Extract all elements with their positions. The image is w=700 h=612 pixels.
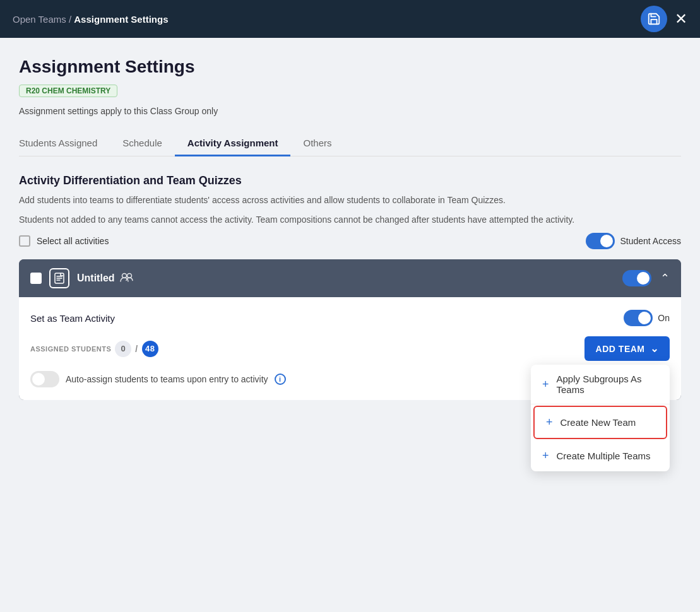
activity-card-header: Untitled ⌃ <box>19 259 681 297</box>
dropdown-item-subgroups[interactable]: + Apply Subgroups As Teams <box>531 365 670 404</box>
team-activity-right: On <box>624 310 670 326</box>
info-icon[interactable]: i <box>275 374 286 385</box>
auto-assign-toggle[interactable] <box>30 371 59 387</box>
dropdown-item-create-new[interactable]: + Create New Team <box>533 406 667 439</box>
tab-activity-assignment[interactable]: Activity Assignment <box>175 131 291 156</box>
team-activity-toggle[interactable] <box>624 310 653 326</box>
activity-toggle[interactable] <box>622 270 651 286</box>
activity-card-header-right: ⌃ <box>622 270 670 286</box>
activity-title: Untitled <box>77 272 615 285</box>
tab-students-assigned[interactable]: Students Assigned <box>19 131 110 156</box>
student-access: Student Access <box>586 233 681 249</box>
activity-checkbox[interactable] <box>30 273 42 284</box>
save-button[interactable] <box>641 6 667 32</box>
main-content: Assignment Settings R20 CHEM CHEMISTRY A… <box>0 38 700 612</box>
page-title: Assignment Settings <box>19 57 681 77</box>
section-title: Activity Differentiation and Team Quizze… <box>19 174 681 187</box>
tabs-container: Students Assigned Schedule Activity Assi… <box>19 131 681 156</box>
plus-icon: + <box>542 449 549 462</box>
select-all-label[interactable]: Select all activities <box>19 235 109 247</box>
plus-icon: + <box>546 416 553 429</box>
add-team-dropdown: + Apply Subgroups As Teams + Create New … <box>531 365 670 471</box>
tab-schedule[interactable]: Schedule <box>110 131 175 156</box>
breadcrumb: Open Teams / Assignment Settings <box>13 14 168 25</box>
chevron-up-icon[interactable]: ⌃ <box>660 271 670 285</box>
add-team-wrapper: ADD TEAM ⌄ + Apply Subgroups As Teams + … <box>584 336 670 361</box>
student-access-toggle[interactable] <box>586 233 615 249</box>
top-bar-actions: ✕ <box>641 6 687 32</box>
class-badge: R20 CHEM CHEMISTRY <box>19 85 117 97</box>
assigned-count-badge: 0 <box>115 341 131 357</box>
activity-card-body: Set as Team Activity On ASSIGNED STUDENT… <box>19 297 681 400</box>
total-count-badge: 48 <box>142 341 158 357</box>
chevron-down-icon: ⌄ <box>650 343 659 355</box>
team-icon <box>120 272 134 285</box>
tab-others[interactable]: Others <box>290 131 344 156</box>
add-team-button[interactable]: ADD TEAM ⌄ <box>584 336 670 361</box>
section-desc-1: Add students into teams to differentiate… <box>19 194 681 207</box>
select-all-row: Select all activities Student Access <box>19 233 681 249</box>
assigned-students-row: ASSIGNED STUDENTS 0 / 48 ADD TEAM ⌄ + Ap… <box>30 336 670 361</box>
team-activity-row: Set as Team Activity On <box>30 310 670 326</box>
top-bar: Open Teams / Assignment Settings ✕ <box>0 0 700 38</box>
plus-icon: + <box>542 378 549 391</box>
sub-text: Assignment settings apply to this Class … <box>19 106 681 116</box>
close-button[interactable]: ✕ <box>675 11 687 26</box>
section-desc-2: Students not added to any teams cannot a… <box>19 213 681 227</box>
activity-doc-icon <box>49 268 69 288</box>
select-all-checkbox[interactable] <box>19 235 30 247</box>
activity-card: Untitled ⌃ S <box>19 259 681 400</box>
team-activity-label: Set as Team Activity <box>30 313 115 324</box>
dropdown-item-create-multiple[interactable]: + Create Multiple Teams <box>531 440 670 471</box>
assigned-students-label: ASSIGNED STUDENTS 0 / 48 <box>30 341 158 357</box>
